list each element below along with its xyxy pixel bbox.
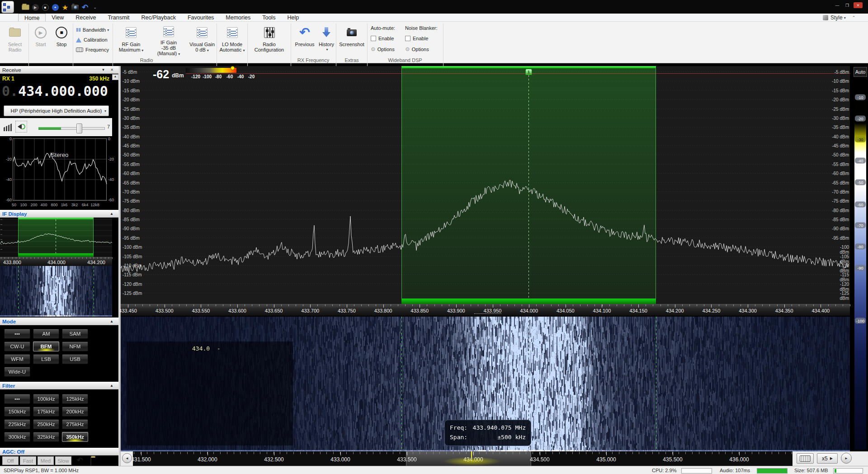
- agc-button-off[interactable]: Off: [2, 456, 19, 465]
- qat-customize-icon[interactable]: ⌄: [90, 3, 99, 11]
- speaker-icon[interactable]: [15, 121, 27, 133]
- rx-marker-flag[interactable]: 1: [525, 69, 532, 75]
- add-icon[interactable]: +: [51, 3, 60, 11]
- band-scale[interactable]: 431.500432.000432.500433.000433.500434.0…: [133, 451, 793, 466]
- select-radio-button[interactable]: Select Radio: [3, 24, 27, 57]
- frequency-button[interactable]: Frequency: [76, 45, 109, 54]
- agc-button-slow[interactable]: Slow: [55, 456, 71, 465]
- if-spectrum-mini[interactable]: [0, 218, 112, 257]
- db-label-right: -40 dBm: [831, 134, 849, 139]
- tab-favourites[interactable]: Favourites: [182, 14, 220, 21]
- noise-blanker-enable-checkbox[interactable]: Enable: [405, 36, 428, 41]
- filter-button-150khz[interactable]: 150kHz: [4, 407, 30, 417]
- filter-button-200khz[interactable]: 200kHz: [62, 407, 88, 417]
- start-button[interactable]: ▶ Start: [31, 24, 51, 57]
- agc-back-arrow-icon[interactable]: ↶: [77, 456, 83, 465]
- filter-button-275khz[interactable]: 275kHz: [62, 419, 88, 429]
- mode-button-usb[interactable]: USB: [62, 354, 88, 364]
- auto-mute-options-button[interactable]: ⚙Options: [371, 46, 395, 52]
- panel-collapse-icon[interactable]: ▲: [107, 212, 116, 216]
- tab-view[interactable]: View: [46, 14, 70, 21]
- agc-folder-icon[interactable]: [90, 457, 91, 465]
- scroll-right-button[interactable]: ►: [841, 453, 852, 464]
- mode-button-nfm[interactable]: NFM: [62, 341, 88, 351]
- rf-gain-button[interactable]: RF Gain Maximum▾: [114, 24, 148, 57]
- undo-icon[interactable]: ↶: [80, 3, 90, 11]
- stop-button[interactable]: ■ Stop: [52, 24, 71, 57]
- palette-gradient[interactable]: [854, 79, 866, 450]
- volume-slider-handle[interactable]: [76, 123, 82, 133]
- panel-collapse-icon[interactable]: ▲: [107, 384, 116, 388]
- db-label-left: -5 dBm: [123, 70, 137, 75]
- agc-button-med[interactable]: Med: [38, 456, 54, 465]
- mode-button-wfm[interactable]: WFM: [4, 354, 30, 364]
- visual-gain-button[interactable]: Visual Gain 0 dB▾: [189, 24, 216, 57]
- frequency-display[interactable]: RX 1 350 kHz 0.434.000.000: [0, 74, 112, 103]
- agc-button-fast[interactable]: Fast: [20, 456, 36, 465]
- camera-icon[interactable]: [71, 3, 80, 11]
- keyboard-entry-button[interactable]: [797, 453, 814, 464]
- tab-receive[interactable]: Receive: [70, 14, 102, 21]
- filter-button-300khz[interactable]: 300kHz: [4, 432, 30, 442]
- noise-blanker-options-button[interactable]: ⚙Options: [405, 46, 429, 52]
- app-icon[interactable]: [1, 1, 14, 13]
- frequency-label: 433.650: [265, 308, 283, 313]
- tab-tools[interactable]: Tools: [256, 14, 281, 21]
- tab-help[interactable]: Help: [281, 14, 305, 21]
- filter-button-125khz[interactable]: 125kHz: [62, 394, 88, 404]
- screenshot-button[interactable]: Screenshot: [338, 24, 365, 57]
- spectrum-display[interactable]: 1 -62 dBm -120-100-80-60-40-20: [121, 66, 850, 304]
- frequency-tooltip: Freq: 433.940.075 MHz Span: ±500 kHz: [444, 420, 531, 446]
- minimize-button[interactable]: —: [833, 2, 842, 8]
- radio-configuration-button[interactable]: Radio Configuration: [249, 24, 290, 57]
- favourite-star-icon[interactable]: ★: [61, 3, 70, 11]
- filter-button-325khz[interactable]: 325kHz: [33, 432, 59, 442]
- mode-button-wideu[interactable]: Wide-U: [4, 367, 30, 377]
- filter-button-225khz[interactable]: 225kHz: [4, 419, 30, 429]
- filter-button-100khz[interactable]: 100kHz: [33, 394, 59, 404]
- gear-icon: ⚙: [371, 46, 376, 52]
- equalizer-icon[interactable]: [4, 123, 13, 131]
- filter-button-[interactable]: •••: [4, 394, 30, 404]
- mode-button-[interactable]: •••: [4, 329, 30, 339]
- filter-button-350khz[interactable]: 350kHz: [62, 432, 88, 442]
- scroll-left-button[interactable]: ◄: [122, 453, 132, 463]
- audio-device-dropdown[interactable]: HP (Périphérique High Definition Audio) …: [4, 105, 109, 116]
- palette-colorbar[interactable]: [186, 68, 236, 73]
- palette-auto-button[interactable]: Auto: [854, 67, 867, 77]
- tab-memories[interactable]: Memories: [220, 14, 256, 21]
- mode-button-cwu[interactable]: CW-U: [4, 341, 30, 351]
- stop-icon[interactable]: ■: [41, 3, 50, 11]
- auto-mute-enable-checkbox[interactable]: Enable: [371, 36, 394, 41]
- minimize-ribbon-icon[interactable]: ⌃: [852, 15, 856, 20]
- previous-button[interactable]: ↶ Previous: [293, 24, 316, 57]
- panel-close-icon[interactable]: ✕: [108, 68, 116, 72]
- calibration-button[interactable]: Calibration: [76, 35, 108, 44]
- mode-button-lsb[interactable]: LSB: [33, 354, 59, 364]
- mode-button-am[interactable]: AM: [33, 329, 59, 339]
- scroll-up-arrow[interactable]: ▲: [112, 74, 118, 80]
- style-menu[interactable]: Style ▾ ⌃: [823, 14, 855, 21]
- filter-button-175khz[interactable]: 175kHz: [33, 407, 59, 417]
- bandwidth-button[interactable]: ⅡⅡ Bandwidth▾: [76, 25, 109, 34]
- tab-transmit[interactable]: Transmit: [102, 14, 135, 21]
- filter-button-250khz[interactable]: 250kHz: [33, 419, 59, 429]
- band-tick: [234, 452, 234, 454]
- mode-button-sam[interactable]: SAM: [62, 329, 88, 339]
- maximize-button[interactable]: ❐: [843, 2, 852, 8]
- tab-rec-playback[interactable]: Rec/Playback: [136, 14, 182, 21]
- lo-mode-button[interactable]: LO Mode Automatic▾: [218, 24, 246, 57]
- panel-collapse-icon[interactable]: ▲: [107, 319, 116, 323]
- panel-collapse-icon[interactable]: ▼: [99, 68, 108, 72]
- open-folder-icon[interactable]: [21, 3, 30, 11]
- spectrum-frequency-axis[interactable]: 433.450433.500433.550433.600433.650433.7…: [121, 304, 850, 316]
- zoom-factor-button[interactable]: x5▶: [817, 453, 838, 464]
- mode-button-bfm[interactable]: BFM: [33, 341, 59, 351]
- if-gain-button[interactable]: IF Gain -35 dB (Manual)▾: [150, 24, 188, 57]
- play-icon[interactable]: ▶: [31, 3, 40, 11]
- history-button[interactable]: History ▾: [317, 24, 335, 57]
- close-button[interactable]: ✕: [854, 2, 863, 8]
- tab-home[interactable]: Home: [18, 14, 46, 21]
- palette-marker-dot[interactable]: [231, 66, 235, 70]
- if-waterfall[interactable]: [0, 266, 112, 317]
